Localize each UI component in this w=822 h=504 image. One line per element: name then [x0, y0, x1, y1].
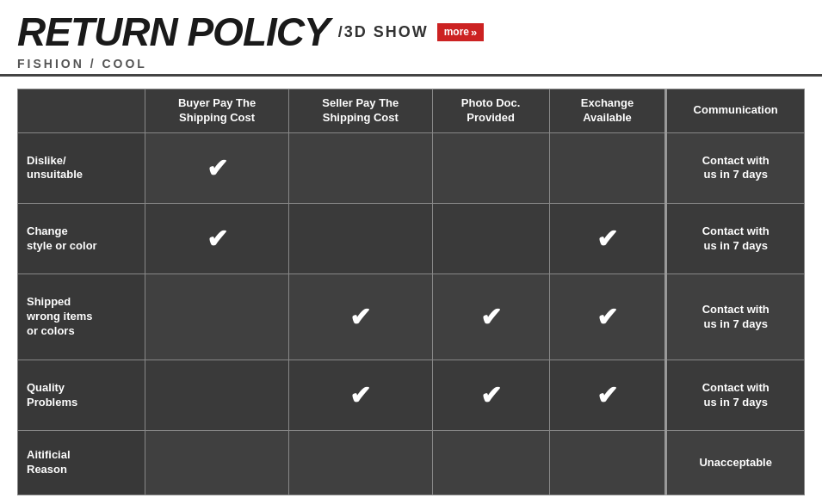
return-policy-table: Buyer Pay TheShipping Cost Seller Pay Th… — [17, 89, 805, 495]
row-reason: AitificialReason — [18, 431, 145, 495]
row-reason: Dislike/unsuitable — [18, 132, 145, 203]
row-seller-pay — [288, 431, 432, 495]
row-buyer-pay — [145, 274, 289, 360]
row-communication: Contact withus in 7 days — [666, 274, 805, 360]
table-header-row: Buyer Pay TheShipping Cost Seller Pay Th… — [18, 89, 805, 133]
col-header-buyer-pay: Buyer Pay TheShipping Cost — [145, 89, 289, 133]
row-buyer-pay — [145, 132, 289, 203]
row-exchange — [549, 204, 666, 274]
more-button[interactable]: more » — [437, 23, 485, 41]
check-icon — [207, 167, 228, 180]
subtitle-3d: /3D SHOW — [338, 23, 429, 41]
more-label: more — [444, 26, 469, 38]
row-buyer-pay — [145, 204, 289, 274]
page-title: RETURN POLICY — [17, 9, 330, 55]
table-row: Changestyle or color Contact withus in 7… — [18, 204, 805, 274]
row-seller-pay — [288, 204, 432, 274]
check-icon — [207, 237, 228, 250]
row-reason: Shippedwrong itemsor colors — [18, 274, 145, 360]
col-header-exchange: ExchangeAvailable — [549, 89, 666, 133]
check-icon — [480, 316, 502, 329]
table-wrapper: Buyer Pay TheShipping Cost Seller Pay Th… — [0, 77, 822, 504]
row-buyer-pay — [145, 360, 289, 430]
page-container: RETURN POLICY /3D SHOW more » FISHION / … — [0, 0, 822, 504]
header-top: RETURN POLICY /3D SHOW more » — [17, 9, 805, 55]
row-reason: Changestyle or color — [18, 204, 145, 274]
row-photo-doc — [432, 360, 549, 430]
row-communication: Contact withus in 7 days — [666, 132, 805, 203]
row-seller-pay — [288, 274, 432, 360]
row-photo-doc — [432, 431, 549, 495]
row-buyer-pay — [145, 431, 289, 495]
col-header-communication: Communication — [666, 89, 805, 133]
row-photo-doc — [432, 132, 549, 203]
row-photo-doc — [432, 274, 549, 360]
col-header-seller-pay: Seller Pay TheShipping Cost — [288, 89, 432, 133]
check-icon — [596, 316, 618, 329]
table-row: QualityProblems Contact withus in 7 days — [18, 360, 805, 430]
row-exchange — [549, 132, 666, 203]
check-icon — [349, 316, 371, 329]
row-photo-doc — [432, 204, 549, 274]
arrow-icon: » — [471, 26, 477, 39]
row-seller-pay — [288, 132, 432, 203]
row-exchange — [549, 431, 666, 495]
row-communication: Unacceptable — [666, 431, 805, 495]
header-sub-label: FISHION / COOL — [17, 57, 805, 71]
check-icon — [596, 237, 618, 250]
row-communication: Contact withus in 7 days — [666, 204, 805, 274]
row-communication: Contact withus in 7 days — [666, 360, 805, 430]
col-header-reason — [18, 89, 145, 133]
row-reason: QualityProblems — [18, 360, 145, 430]
table-row: Dislike/unsuitable Contact withus in 7 d… — [18, 132, 805, 203]
header: RETURN POLICY /3D SHOW more » FISHION / … — [0, 0, 822, 77]
check-icon — [349, 394, 371, 407]
row-exchange — [549, 360, 666, 430]
table-row: Shippedwrong itemsor colors Contact with… — [18, 274, 805, 360]
row-exchange — [549, 274, 666, 360]
check-icon — [596, 394, 618, 407]
row-seller-pay — [288, 360, 432, 430]
col-header-photo-doc: Photo Doc.Provided — [432, 89, 549, 133]
check-icon — [480, 394, 502, 407]
table-row: AitificialReason Unacceptable — [18, 431, 805, 495]
